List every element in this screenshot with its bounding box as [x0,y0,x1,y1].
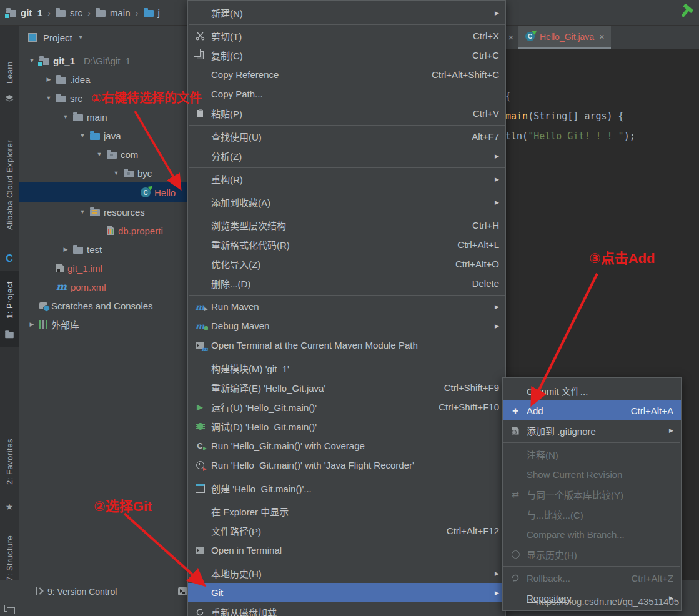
maven-icon: m [56,282,67,292]
tree-expanded-icon[interactable]: ▼ [79,132,86,139]
menu-separator [189,295,505,296]
menu-item-run-with-jfr[interactable]: Run 'Hello_Git.main()' with 'Java Flight… [188,455,505,475]
learn-icon [0,94,19,103]
submenu-item-rollback: Rollback... Ctrl+Alt+Z [503,568,681,588]
resources-folder-icon [90,209,100,216]
menu-item-copy-reference[interactable]: Copy Reference Ctrl+Alt+Shift+C [188,65,505,84]
run-configuration-icon [194,484,206,493]
tree-expanded-icon[interactable]: ▼ [96,151,103,157]
stripe-project-label: 1: Project [0,273,19,327]
submenu-item-add-to-gitignore[interactable]: 添加到 .gitignore ▶ [503,420,681,440]
breadcrumb-main[interactable]: main [96,7,131,18]
menu-item-cut[interactable]: 剪切(T) Ctrl+X [188,26,505,46]
version-control-icon [34,587,42,596]
submenu-arrow-icon: ▶ [493,153,499,159]
submenu-arrow-icon: ▶ [493,176,499,182]
submenu-item-add-selected[interactable]: + Add Ctrl+Alt+A [503,400,681,420]
build-hammer-icon[interactable] [678,3,695,24]
codota-icon[interactable]: C [0,253,19,264]
menu-item-reformat-code[interactable]: 重新格式化代码(R) Ctrl+Alt+L [188,235,505,254]
tree-expanded-icon[interactable]: ▼ [112,170,120,176]
stripe-alibaba-cloud-explorer[interactable]: Alibaba Cloud Explorer [0,119,19,251]
paste-icon [194,110,206,117]
debug-maven-icon: m [194,322,206,330]
menu-item-find-usages[interactable]: 查找使用(U) Alt+F7 [188,127,505,146]
menu-item-build-module[interactable]: 构建模块(M) 'git_1' [188,359,505,378]
menu-item-local-history[interactable]: 本地历史(H) ▶ [188,564,505,583]
folder-icon [96,10,106,17]
breadcrumb-java[interactable]: j [144,7,160,18]
menu-separator [189,214,505,214]
menu-item-debug-maven[interactable]: m Debug Maven ▶ [188,316,505,335]
version-control-button[interactable]: 9: Version Control [34,587,117,597]
menu-item-paste[interactable]: 粘贴(P) Ctrl+V [188,104,505,123]
tab-hello-git-java[interactable]: C Hello_Git.java × [518,26,611,49]
code-line: main(String[] args) { [505,111,624,122]
submenu-arrow-icon: ▶ [493,304,499,310]
menu-separator [189,477,505,477]
terminal-icon [178,587,187,595]
menu-item-create-run-config[interactable]: 创建 'Hello_Git.main()'... [188,479,505,498]
terminal-maven-icon: m [194,342,206,349]
menu-item-git-selected[interactable]: Git ▶ [188,583,505,602]
menu-separator [189,125,505,126]
stripe-project-active[interactable]: 1: Project [0,271,19,347]
java-class-icon: C [525,32,535,41]
annotation-step2: ②选择Git [94,495,152,515]
favorites-star-icon: ★ [0,502,19,512]
copy-icon [194,51,206,59]
menu-separator [189,167,505,168]
restore-layout-icon[interactable] [4,605,12,612]
tree-expanded-icon[interactable]: ▼ [45,95,52,101]
menu-item-open-in-terminal[interactable]: Open in Terminal [188,540,505,560]
properties-file-icon [107,226,114,235]
chevron-icon: › [87,7,91,18]
project-view-icon [28,33,37,42]
menu-item-optimize-imports[interactable]: 优化导入(Z) Ctrl+Alt+O [188,254,505,274]
menu-item-show-in-explorer[interactable]: 在 Explorer 中显示 [188,502,505,521]
tree-collapsed-icon[interactable]: ▶ [28,321,36,327]
menu-item-run-main[interactable]: ▶ 运行(U) 'Hello_Git.main()' Ctrl+Shift+F1… [188,397,505,417]
submenu-arrow-icon: ▶ [493,323,499,329]
breadcrumb-src[interactable]: src [56,7,82,18]
menu-item-open-terminal-maven-path[interactable]: m Open Terminal at the Current Maven Mod… [188,335,505,355]
project-panel-title: Project [43,32,72,43]
menu-item-copy-path[interactable]: Copy Path... [188,84,505,104]
debug-icon [194,423,206,430]
tree-collapsed-icon[interactable]: ▶ [45,76,52,82]
menu-item-run-with-coverage[interactable]: C Run 'Hello_Git.main()' with Coverage [188,436,505,455]
library-icon [39,320,41,329]
menu-item-browse-type-hierarchy[interactable]: 浏览类型层次结构 Ctrl+H [188,216,505,235]
menu-item-file-path[interactable]: 文件路径(P) Ctrl+Alt+F12 [188,521,505,540]
menu-separator [503,442,680,443]
submenu-arrow-icon: ▶ [493,570,499,577]
tree-expanded-icon[interactable]: ▼ [62,114,69,120]
menu-item-run-maven[interactable]: m Run Maven ▶ [188,297,505,316]
run-maven-icon: m [194,302,206,311]
plus-icon: + [509,405,522,416]
stripe-favorites[interactable]: 2: Favorites [0,425,19,498]
menu-item-refactor[interactable]: 重构(R) ▶ [188,169,505,189]
module-path: D:\Git\git_1 [84,56,131,66]
tree-collapsed-icon[interactable]: ▶ [62,246,69,252]
sync-icon [194,608,206,616]
menu-item-new[interactable]: 新建(N) ▶ [188,3,505,22]
breadcrumb-module[interactable]: git_1 [6,7,42,18]
menu-item-copy[interactable]: 复制(C) Ctrl+C [188,46,505,65]
menu-item-debug-main[interactable]: 调试(D) 'Hello_Git.main()' [188,417,505,436]
tree-expanded-icon[interactable]: ▼ [28,57,36,64]
ide-window: git_1 › src › main › j Learn Alibaba [0,0,699,616]
tab-title: Hello_Git.java [540,32,594,42]
submenu-item-commit-file[interactable]: Commit 文件... [503,380,681,400]
menu-item-recompile[interactable]: 重新编译(E) 'Hello_Git.java' Ctrl+Shift+F9 [188,378,505,397]
menu-item-analyze[interactable]: 分析(Z) ▶ [188,146,505,166]
tab-close-icon[interactable]: × [599,32,604,42]
module-folder-icon [39,58,49,65]
folder-icon [73,247,83,254]
menu-item-reload-from-disk[interactable]: 重新从磁盘加载 [188,602,505,616]
menu-item-delete[interactable]: 删除...(D) Delete [188,274,505,293]
tree-expanded-icon[interactable]: ▼ [79,209,86,215]
menu-item-add-to-favorites[interactable]: 添加到收藏(A) ▶ [188,192,505,212]
source-folder-icon [90,133,100,140]
stripe-learn[interactable]: Learn [0,54,19,91]
